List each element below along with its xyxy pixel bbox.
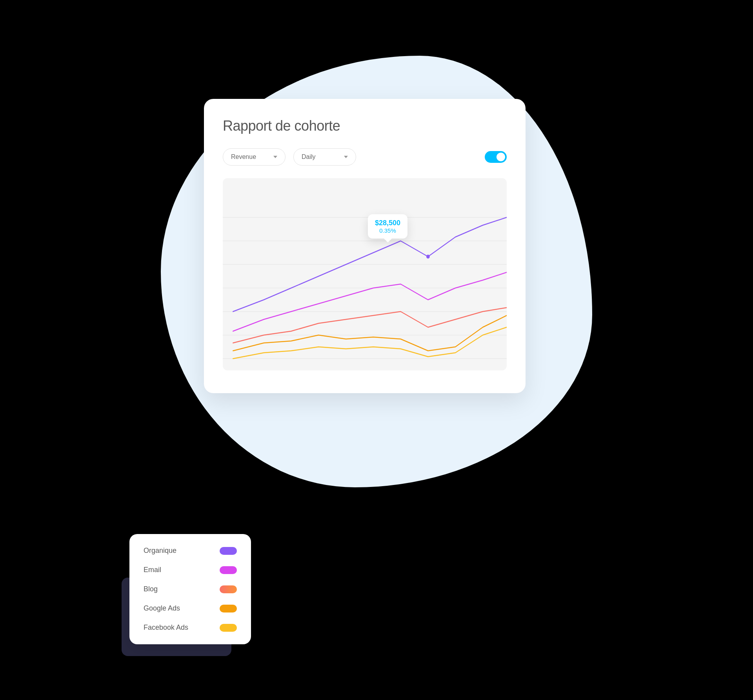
- tooltip-percent: 0.35%: [375, 227, 400, 234]
- facebook-ads-line: [233, 327, 507, 359]
- revenue-dropdown-label: Revenue: [231, 153, 256, 160]
- tooltip: $28,500 0.35%: [368, 214, 407, 239]
- legend-card: Organique Email Blog Google Ads Facebook…: [129, 534, 251, 644]
- main-card: Rapport de cohorte Revenue Daily: [204, 99, 526, 393]
- chevron-down-icon: [344, 156, 348, 158]
- legend-pill-blog: [220, 585, 237, 593]
- card-title: Rapport de cohorte: [223, 118, 507, 134]
- controls-row: Revenue Daily: [223, 148, 507, 166]
- tooltip-dot: [426, 255, 430, 259]
- legend-label-blog: Blog: [144, 585, 158, 593]
- legend-label-facebook-ads: Facebook Ads: [144, 623, 188, 632]
- legend-label-email: Email: [144, 566, 161, 574]
- chevron-down-icon: [273, 156, 277, 158]
- legend-pill-organique: [220, 547, 237, 555]
- legend-item-email: Email: [144, 566, 237, 574]
- legend-item-facebook-ads: Facebook Ads: [144, 623, 237, 632]
- email-line: [233, 272, 507, 331]
- revenue-dropdown[interactable]: Revenue: [223, 148, 286, 166]
- legend-pill-email: [220, 566, 237, 574]
- legend-pill-facebook-ads: [220, 624, 237, 632]
- legend-label-organique: Organique: [144, 547, 176, 555]
- legend-item-google-ads: Google Ads: [144, 604, 237, 612]
- scene: Rapport de cohorte Revenue Daily: [141, 36, 612, 664]
- legend-item-organique: Organique: [144, 547, 237, 555]
- toggle-switch[interactable]: [485, 151, 507, 163]
- legend-item-blog: Blog: [144, 585, 237, 593]
- tooltip-value: $28,500: [375, 219, 400, 227]
- chart-svg: [223, 178, 507, 370]
- legend-label-google-ads: Google Ads: [144, 604, 180, 612]
- daily-dropdown-label: Daily: [302, 153, 316, 160]
- chart-area: $28,500 0.35%: [223, 178, 507, 370]
- daily-dropdown[interactable]: Daily: [293, 148, 356, 166]
- legend-pill-google-ads: [220, 605, 237, 612]
